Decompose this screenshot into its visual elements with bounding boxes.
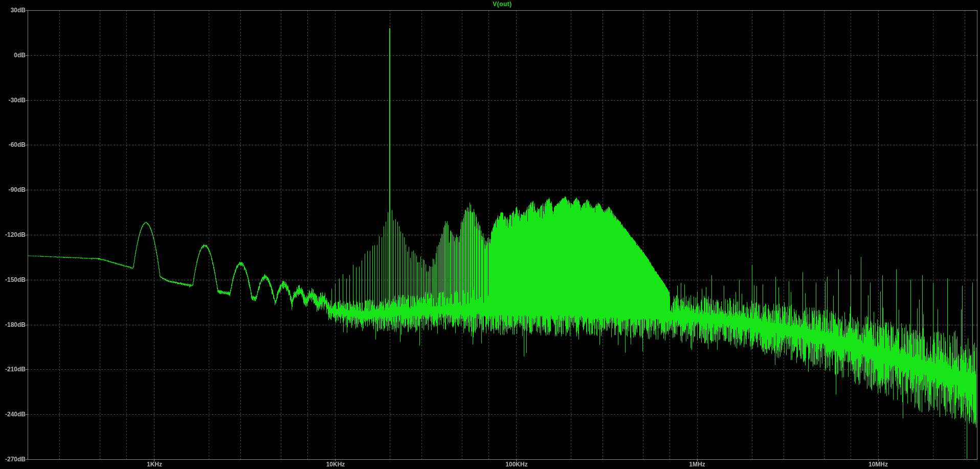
y-tick-label: -210dB xyxy=(0,366,26,373)
y-tick-label: -120dB xyxy=(0,231,26,238)
y-tick-label: 30dB xyxy=(0,7,26,14)
y-tick-label: -180dB xyxy=(0,321,26,328)
waveform-viewer-pane: V(out) 30dB 0dB -30dB -60dB -90dB -120dB… xyxy=(0,0,980,469)
y-tick-label: 0dB xyxy=(0,52,26,59)
y-tick-label: -270dB xyxy=(0,456,26,463)
fft-plot-canvas[interactable] xyxy=(0,0,980,469)
y-tick-label: -30dB xyxy=(0,97,26,104)
trace-label[interactable]: V(out) xyxy=(28,1,977,8)
x-tick-label: 10MHz xyxy=(858,461,899,468)
y-tick-label: -150dB xyxy=(0,276,26,283)
x-tick-label: 10KHz xyxy=(315,461,356,468)
x-tick-label: 1KHz xyxy=(134,461,175,468)
y-tick-label: -240dB xyxy=(0,411,26,418)
y-tick-label: -60dB xyxy=(0,141,26,148)
x-tick-label: 100KHz xyxy=(496,461,537,468)
x-tick-label: 1MHz xyxy=(677,461,718,468)
y-tick-label: -90dB xyxy=(0,186,26,193)
